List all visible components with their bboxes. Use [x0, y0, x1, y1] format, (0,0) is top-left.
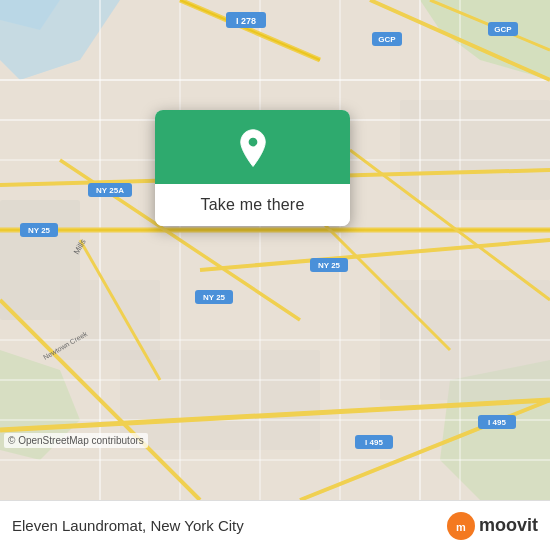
moovit-logo-icon: m	[447, 512, 475, 540]
popup-header	[155, 110, 350, 184]
svg-text:m: m	[456, 521, 466, 533]
svg-text:NY 25: NY 25	[28, 226, 51, 235]
bottom-bar: Eleven Laundromat, New York City m moovi…	[0, 500, 550, 550]
svg-text:NY 25A: NY 25A	[96, 186, 124, 195]
svg-text:GCP: GCP	[378, 35, 396, 44]
svg-point-61	[248, 138, 257, 147]
svg-text:NY 25: NY 25	[318, 261, 341, 270]
location-pin-icon	[232, 128, 274, 170]
popup-card: Take me there	[155, 110, 350, 226]
location-name: Eleven Laundromat, New York City	[12, 517, 447, 534]
svg-text:I 278: I 278	[236, 16, 256, 26]
map-container: I 278 NY 25 NY 25 NY 25 NY 25A NY 25A GC…	[0, 0, 550, 500]
svg-text:NY 25: NY 25	[203, 293, 226, 302]
svg-text:I 495: I 495	[488, 418, 506, 427]
moovit-logo: m moovit	[447, 512, 538, 540]
take-me-there-button[interactable]: Take me there	[155, 184, 350, 226]
moovit-text: moovit	[479, 515, 538, 536]
svg-text:GCP: GCP	[494, 25, 512, 34]
map-svg: I 278 NY 25 NY 25 NY 25 NY 25A NY 25A GC…	[0, 0, 550, 500]
svg-text:I 495: I 495	[365, 438, 383, 447]
svg-rect-7	[400, 100, 550, 200]
copyright-text: © OpenStreetMap contributors	[4, 433, 148, 448]
